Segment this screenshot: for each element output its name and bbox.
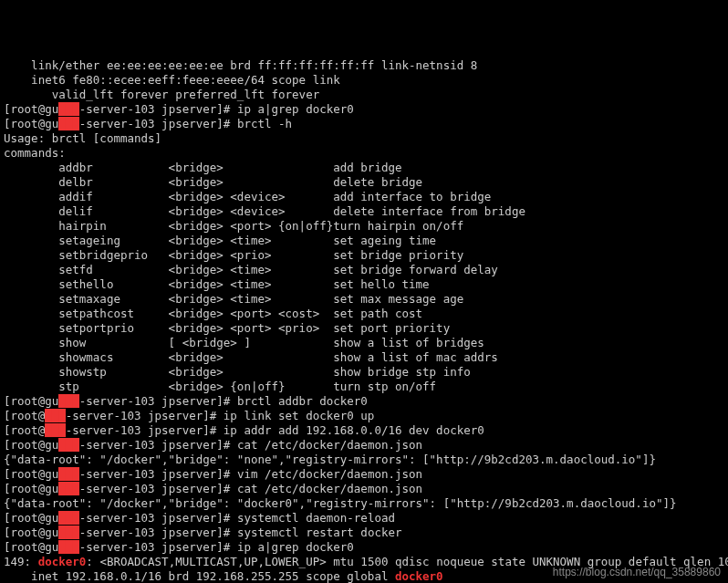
prompt: [root@███-server-103 jpserver]# bbox=[4, 409, 224, 422]
line: commands: bbox=[4, 146, 66, 160]
redaction: ███ bbox=[58, 102, 79, 116]
prompt: [root@███-server-103 jpserver]# bbox=[4, 423, 224, 437]
brctl-commands-list: addbr <bridge> add bridge delbr <bridge>… bbox=[4, 161, 724, 394]
line: link/ether ee:ee:ee:ee:ee:ee brd ff:ff:f… bbox=[4, 58, 477, 72]
cmd: brctl -h bbox=[237, 117, 292, 130]
prompt: [root@gu███-server-103 jpserver]# bbox=[4, 482, 237, 495]
line: {"data-root": "/docker","bridge": "none"… bbox=[4, 453, 656, 466]
redaction: ███ bbox=[58, 117, 79, 130]
watermark: https://blog.csdn.net/qq_35889860 bbox=[553, 565, 721, 579]
docker0-highlight: docker0 bbox=[395, 569, 443, 583]
redaction: ███ bbox=[58, 540, 79, 554]
prompt: [root@gu███-server-103 jpserver]# bbox=[4, 394, 237, 408]
redaction: ███ bbox=[58, 394, 79, 408]
prompt: [root@gu███-server-103 jpserver]# bbox=[4, 102, 237, 116]
prompt: [root@gu███-server-103 jpserver]# bbox=[4, 526, 237, 539]
line: {"data-root": "/docker","bridge": "docke… bbox=[4, 496, 677, 510]
cmd: vim /etc/docker/daemon.json bbox=[237, 467, 422, 481]
terminal-output[interactable]: link/ether ee:ee:ee:ee:ee:ee brd ff:ff:f… bbox=[0, 58, 728, 583]
line: Usage: brctl [commands] bbox=[4, 131, 161, 145]
line: inet6 fe80::ecee:eeff:feee:eeee/64 scope… bbox=[4, 73, 340, 87]
redaction: ███ bbox=[58, 438, 79, 452]
redaction: ███ bbox=[58, 467, 79, 481]
prompt: [root@gu███-server-103 jpserver]# bbox=[4, 117, 237, 130]
docker0-highlight: docker0 bbox=[38, 555, 87, 568]
cmd: systemctl daemon-reload bbox=[237, 511, 395, 525]
prompt: [root@gu███-server-103 jpserver]# bbox=[4, 511, 237, 525]
cmd: ip a|grep docker0 bbox=[237, 540, 354, 554]
cmd: ip link set docker0 up bbox=[224, 409, 375, 422]
line: inet 192.168.0.1/16 brd 192.168.255.255 … bbox=[4, 569, 443, 583]
redaction: ███ bbox=[58, 511, 79, 525]
cmd: ip a|grep docker0 bbox=[237, 102, 354, 116]
redaction: ███ bbox=[58, 526, 79, 539]
redaction: ███ bbox=[45, 423, 66, 437]
cmd: ip addr add 192.168.0.0/16 dev docker0 bbox=[224, 423, 484, 437]
cmd: brctl addbr docker0 bbox=[237, 394, 368, 408]
prompt: [root@gu███-server-103 jpserver]# bbox=[4, 467, 237, 481]
prompt: [root@gu███-server-103 jpserver]# bbox=[4, 438, 237, 452]
redaction: ███ bbox=[45, 409, 66, 422]
cmd: cat /etc/docker/daemon.json bbox=[237, 482, 422, 495]
redaction: ███ bbox=[58, 482, 79, 495]
prompt: [root@gu███-server-103 jpserver]# bbox=[4, 540, 237, 554]
cmd: cat /etc/docker/daemon.json bbox=[237, 438, 422, 452]
line: valid_lft forever preferred_lft forever bbox=[4, 88, 319, 101]
cmd: systemctl restart docker bbox=[237, 526, 402, 539]
